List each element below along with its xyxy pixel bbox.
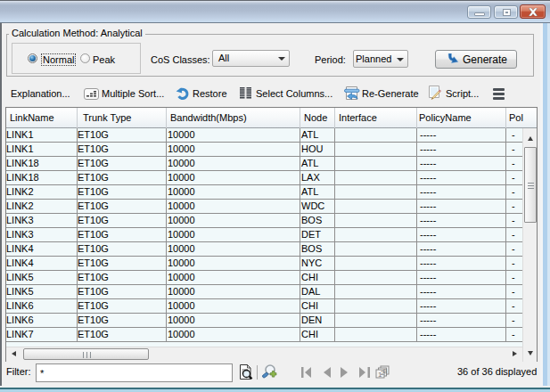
svg-text:3: 3: [383, 367, 388, 375]
